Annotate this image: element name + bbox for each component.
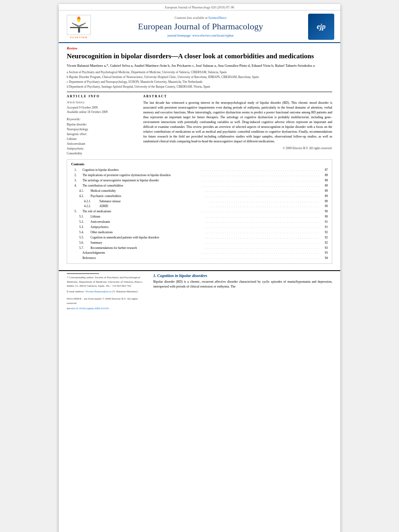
toc-num: 4.1. (79, 189, 90, 194)
toc-item: 4.2. Psychiatric comorbidities . . . . .… (71, 194, 328, 199)
footer-note: 0014-2999/$ – see front matter © 2009 El… (67, 297, 147, 305)
toc-dots: . . . . . . . . . . . . . . . . . . . . … (205, 241, 319, 246)
toc-label: Other medications (90, 230, 204, 235)
keyword-0: Bipolar disorder (67, 122, 137, 127)
keyword-5: Antipsychotic (67, 146, 137, 151)
toc-dots: . . . . . . . . . . . . . . . . . . . . … (205, 194, 319, 199)
toc-page: 89 (320, 189, 328, 194)
article-info: ARTICLE INFO Article history: Accepted 9… (67, 94, 137, 156)
toc-label: Recommendations for further research (90, 246, 204, 251)
page: European Journal of Pharmacology 626 (20… (59, 4, 340, 532)
toc-page: 88 (320, 173, 328, 178)
affiliation-c: c Department of Psychiatry and Neuropsyc… (67, 80, 332, 84)
toc-label: Substance misuse (99, 199, 209, 204)
article-section: Review (67, 46, 332, 50)
toc-dots: . . . . . . . . . . . . . . . . . . . . … (205, 220, 319, 225)
toc-item: 4.1. Medical comorbidity . . . . . . . .… (71, 189, 328, 194)
abstract-title: ABSTRACT (143, 94, 332, 98)
toc-num: 3. (74, 178, 82, 183)
section1-heading: 1. Cognition in bipolar disorders (153, 273, 332, 278)
contents-available-text: Contents lists available at (175, 16, 208, 20)
section-1: 1. Cognition in bipolar disorders Bipola… (153, 273, 332, 312)
toc-page: 90 (320, 204, 328, 209)
bottom-section: * Corresponding author. Section of Psych… (59, 273, 340, 312)
journal-homepage: journal homepage: www.elsevier.com/locat… (97, 34, 304, 37)
toc-dots: . . . . . . . . . . . . . . . . . . . . … (201, 251, 319, 256)
toc-page: 89 (320, 194, 328, 199)
toc-label: Medical comorbidity (90, 189, 204, 194)
toc-page: 93 (320, 246, 328, 251)
ejp-logo-text: ejp (317, 23, 326, 31)
toc-item: 2. The implications of persistent cognit… (71, 173, 328, 178)
toc-list: 1. Cognition in bipolar disorders . . . … (71, 168, 328, 261)
toc-item: 4.2.1. Substance misuse . . . . . . . . … (71, 199, 328, 204)
affiliations: a Section of Psychiatry and Psychologica… (67, 70, 332, 89)
toc-page: 88 (320, 178, 328, 183)
toc-num: 2. (74, 173, 82, 178)
sciencedirect-link[interactable]: ScienceDirect (208, 16, 226, 20)
toc-item: 4. The contribution of comorbidities . .… (71, 183, 328, 189)
toc-num: 4.2.2. (84, 204, 99, 209)
svg-rect-1 (78, 28, 80, 33)
email-label: E-mail address: (67, 290, 84, 293)
toc-page: 90 (320, 214, 328, 220)
toc-num: 4. (74, 183, 82, 189)
toc-label: The role of medications (82, 209, 200, 214)
toc-dots: . . . . . . . . . . . . . . . . . . . . … (205, 225, 319, 230)
toc-item: 5.5. Cognition in unmedicated patients w… (71, 235, 328, 240)
toc-label: The aetiology of neurocognitive impairme… (82, 178, 200, 183)
toc-page: 91 (320, 220, 328, 225)
authors: Vicent Balanzá-Martínez a,*, Gabriel Sel… (67, 63, 332, 68)
toc-label: The contribution of comorbidities (82, 183, 200, 189)
toc-label: The implications of persistent cognitive… (82, 173, 200, 178)
toc-item: 5. The role of medications . . . . . . .… (71, 209, 328, 214)
article-info-abstract: ARTICLE INFO Article history: Accepted 9… (67, 94, 332, 156)
toc-label: Acknowledgments (82, 251, 200, 256)
article-info-title: ARTICLE INFO (67, 94, 137, 98)
abstract-section: ABSTRACT The last decade has witnessed a… (143, 94, 332, 156)
keyword-2: Iatrogenic effect (67, 132, 137, 137)
footnote-divider (67, 273, 99, 274)
toc-dots: . . . . . . . . . . . . . . . . . . . . … (201, 210, 319, 214)
toc-num: 5.5. (79, 235, 90, 240)
toc-dots: . . . . . . . . . . . . . . . . . . . . … (205, 236, 319, 240)
homepage-url[interactable]: www.elsevier.com/locate/ejphar (192, 34, 234, 37)
toc-label: References (82, 256, 200, 261)
footnotes: * Corresponding author. Section of Psych… (67, 273, 147, 312)
keywords-section: Keywords: Bipolar disorder Neuropsycholo… (67, 117, 137, 156)
contents-available: Contents lists available at ScienceDirec… (97, 16, 304, 20)
toc-dots: . . . . . . . . . . . . . . . . . . . . … (205, 230, 319, 235)
toc-item: Acknowledgments . . . . . . . . . . . . … (71, 251, 328, 256)
toc-dots: . . . . . . . . . . . . . . . . . . . . … (201, 184, 319, 189)
toc-page: 89 (320, 183, 328, 189)
toc-page: 91 (320, 225, 328, 230)
toc-num: 5.7. (79, 246, 90, 251)
contents-section: Contents 1. Cognition in bipolar disorde… (67, 159, 332, 264)
corresponding-author: * Corresponding author. Section of Psych… (67, 275, 147, 288)
toc-item: 5.3. Antipsychotics . . . . . . . . . . … (71, 225, 328, 230)
divider-1 (67, 92, 332, 92)
toc-label: Cognition in unmedicated patients with b… (90, 235, 204, 240)
toc-item: 5.1. Lithium . . . . . . . . . . . . . .… (71, 214, 328, 220)
toc-dots: . . . . . . . . . . . . . . . . . . . . … (201, 173, 319, 178)
doi-line: doi:doi:10.1016/j.ejphar.2009.10.018 (67, 306, 147, 311)
doi-link[interactable]: doi:10.1016/j.ejphar.2009.10.018 (71, 307, 109, 310)
affiliation-a: a Section of Psychiatry and Psychologica… (67, 70, 332, 74)
keyword-4: Anticonvulsant (67, 142, 137, 146)
elsevier-logo: ELSEVIER (65, 15, 93, 39)
toc-dots: . . . . . . . . . . . . . . . . . . . . … (201, 179, 319, 183)
toc-label: Cognition in bipolar disorders (82, 168, 200, 173)
journal-name: European Journal of Pharmacology (97, 21, 304, 32)
toc-page: 92 (320, 240, 328, 246)
toc-num: 5.1. (79, 214, 90, 220)
toc-label: Antipsychotics (90, 225, 204, 230)
toc-page: 92 (320, 230, 328, 235)
email-address[interactable]: Vicente.Balanza@uv.es (85, 290, 111, 293)
toc-item: 1. Cognition in bipolar disorders . . . … (71, 168, 328, 173)
toc-item: 4.2.2. ADHD . . . . . . . . . . . . . . … (71, 204, 328, 209)
toc-label: ADHD (99, 204, 209, 209)
toc-dots: . . . . . . . . . . . . . . . . . . . . … (210, 204, 319, 209)
toc-label: Summary (90, 240, 204, 246)
authors-text: Vicent Balanzá-Martínez a,*, Gabriel Sel… (67, 64, 315, 68)
keyword-1: Neuropsychology (67, 127, 137, 132)
